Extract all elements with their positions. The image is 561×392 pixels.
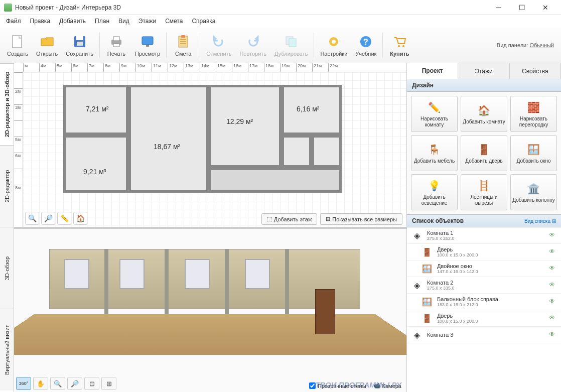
svg-rect-8 — [146, 45, 149, 47]
open-button[interactable]: Открыть — [32, 32, 62, 59]
add-floor-button[interactable]: ⬚ Добавить этаж — [261, 213, 317, 225]
visibility-icon[interactable]: 👁 — [549, 314, 557, 322]
app-icon — [4, 4, 12, 12]
list-item[interactable]: ◈Комната 3👁 — [407, 327, 561, 343]
list-item[interactable]: ◈Комната 2275.0 x 335.0👁 — [407, 277, 561, 294]
create-button[interactable]: Создать — [3, 32, 32, 59]
pan-button[interactable]: ✋ — [33, 377, 48, 390]
add-room-button[interactable]: 🏠Добавить комнату — [461, 96, 507, 132]
list-item[interactable]: 🪟Двойное окно147.0 x 15.0 x 142.0👁 — [407, 260, 561, 277]
zoom-in-button[interactable]: 🔎 — [41, 212, 55, 225]
room-area-4: 6,16 м² — [297, 105, 319, 113]
menu-floors[interactable]: Этажи — [134, 16, 160, 26]
visibility-icon[interactable]: 👁 — [549, 265, 557, 273]
print-button[interactable]: Печать — [102, 32, 131, 59]
svg-text:?: ? — [363, 38, 368, 46]
add-column-button[interactable]: 🏛️Добавить колонну — [510, 174, 557, 210]
draw-room-button[interactable]: ✏️Нарисовать комнату — [411, 96, 458, 132]
window-icon: 🪟 — [527, 143, 541, 157]
list-item[interactable]: 🪟Балконный блок справа183.0 x 15.0 x 212… — [407, 294, 561, 310]
menu-file[interactable]: Файл — [2, 16, 25, 26]
visibility-icon[interactable]: 👁 — [549, 298, 557, 306]
buy-button[interactable]: Купить — [385, 32, 414, 59]
maximize-button[interactable]: ☐ — [510, 0, 533, 15]
door-icon: 🚪 — [421, 246, 433, 258]
vtab-2d[interactable]: 2D-редактор — [0, 145, 14, 227]
draw-partition-button[interactable]: 🧱Нарисовать перегородку — [510, 96, 557, 132]
svg-rect-7 — [142, 37, 153, 45]
window-icon: 🪟 — [421, 263, 433, 275]
zoom-fit-button[interactable]: ⊡ — [84, 377, 99, 390]
monitor-icon — [139, 34, 156, 50]
vtab-virtual[interactable]: Виртуальный визит — [0, 309, 14, 390]
view-list-link[interactable]: Вид списка ⊞ — [524, 218, 556, 224]
visibility-icon[interactable]: 👁 — [549, 231, 557, 239]
show-dims-button[interactable]: ⊞ Показывать все размеры — [320, 213, 402, 225]
add-window-button[interactable]: 🪟Добавить окно — [510, 135, 557, 171]
menu-help[interactable]: Справка — [188, 16, 219, 26]
menu-add[interactable]: Добавить — [55, 16, 90, 26]
zoom-out-3d-button[interactable]: 🔍 — [50, 377, 65, 390]
door-icon: 🚪 — [421, 312, 433, 324]
visibility-icon[interactable]: 👁 — [549, 281, 557, 289]
zoom-in-3d-button[interactable]: 🔎 — [67, 377, 82, 390]
view-3d[interactable]: 360° ✋ 🔍 🔎 ⊡ ⊞ Прозрачные стены 📹 Камера… — [14, 229, 406, 392]
add-door-button[interactable]: 🚪Добавить дверь — [461, 135, 507, 171]
minimize-button[interactable]: ─ — [487, 0, 510, 15]
window-3d — [185, 259, 210, 289]
tab-properties[interactable]: Свойства — [510, 63, 561, 79]
panel-mode-link[interactable]: Обычный — [529, 42, 554, 48]
close-button[interactable]: ✕ — [534, 0, 557, 15]
menu-view[interactable]: Вид — [114, 16, 133, 26]
transparent-walls-checkbox[interactable]: Прозрачные стены — [309, 382, 366, 389]
zoom-out-button[interactable]: 🔍 — [25, 212, 39, 225]
duplicate-button[interactable]: Дублировать — [270, 32, 312, 59]
grid-button[interactable]: ⊞ — [101, 377, 116, 390]
svg-rect-3 — [77, 42, 83, 46]
tab-floors[interactable]: Этажи — [458, 63, 509, 79]
vtab-2d3d[interactable]: 2D-редактор и 3D-обзор — [0, 63, 14, 145]
tab-project[interactable]: Проект — [407, 63, 458, 79]
plan-toolbar: 🔍 🔎 📏 🏠 — [25, 212, 87, 225]
menu-estimate[interactable]: Смета — [161, 16, 187, 26]
add-lighting-button[interactable]: 💡Добавить освещение — [411, 174, 458, 210]
preview-button[interactable]: Просмотр — [131, 32, 164, 59]
window-3d — [64, 259, 89, 289]
window-title: Новый проект - Дизайн Интерьера 3D — [15, 4, 487, 11]
view3d-options: Прозрачные стены 📹 Камера — [309, 382, 401, 389]
camera-button[interactable]: 📹 Камера — [373, 382, 401, 389]
window-icon: 🪟 — [421, 296, 433, 308]
rotate-360-button[interactable]: 360° — [16, 377, 31, 390]
add-furniture-button[interactable]: 🪑Добавить мебель — [411, 135, 458, 171]
room-icon: ◈ — [411, 329, 423, 341]
list-item[interactable]: 🚪Дверь100.0 x 15.0 x 200.0👁 — [407, 244, 561, 260]
plan-2d-view[interactable]: 2м3м5м6м8м 7,21 м² 18,67 м² 12,29 м² 6,1… — [14, 72, 406, 227]
vtab-3d[interactable]: 3D-обзор — [0, 227, 14, 309]
tutorial-button[interactable]: ?Учебник — [351, 32, 380, 59]
svg-rect-15 — [289, 39, 296, 47]
visibility-icon[interactable]: 👁 — [549, 248, 557, 256]
redo-button[interactable]: Повторить — [235, 32, 270, 59]
settings-button[interactable]: Настройки — [316, 32, 351, 59]
svg-point-21 — [402, 45, 404, 47]
ruler-vertical: 2м3м5м6м8м — [14, 72, 23, 227]
estimate-button[interactable]: Смета — [169, 32, 198, 59]
save-button[interactable]: Сохранить — [62, 32, 97, 59]
design-grid: ✏️Нарисовать комнату 🏠Добавить комнату 🧱… — [407, 92, 561, 214]
home-button[interactable]: 🏠 — [73, 212, 87, 225]
side-tabs: Проект Этажи Свойства — [407, 63, 561, 79]
stairs-button[interactable]: 🪜Лестницы и вырезы — [461, 174, 507, 210]
undo-button[interactable]: Отменить — [202, 32, 235, 59]
view3d-toolbar: 360° ✋ 🔍 🔎 ⊡ ⊞ — [16, 377, 116, 390]
visibility-icon[interactable]: 👁 — [549, 331, 557, 339]
plan-canvas[interactable]: 7,21 м² 18,67 м² 12,29 м² 6,16 м² 9,21 м… — [23, 72, 406, 227]
measure-button[interactable]: 📏 — [57, 212, 71, 225]
window-3d — [119, 259, 145, 289]
menu-edit[interactable]: Правка — [26, 16, 55, 26]
list-item[interactable]: ◈Комната 1275.0 x 262.0👁 — [407, 227, 561, 244]
cart-icon — [391, 34, 407, 50]
list-item[interactable]: 🚪Дверь100.0 x 15.0 x 200.0👁 — [407, 310, 561, 327]
menu-plan[interactable]: План — [91, 16, 113, 26]
floorplan: 7,21 м² 18,67 м² 12,29 м² 6,16 м² 9,21 м… — [63, 77, 344, 208]
plan-actions: ⬚ Добавить этаж ⊞ Показывать все размеры — [261, 213, 402, 225]
